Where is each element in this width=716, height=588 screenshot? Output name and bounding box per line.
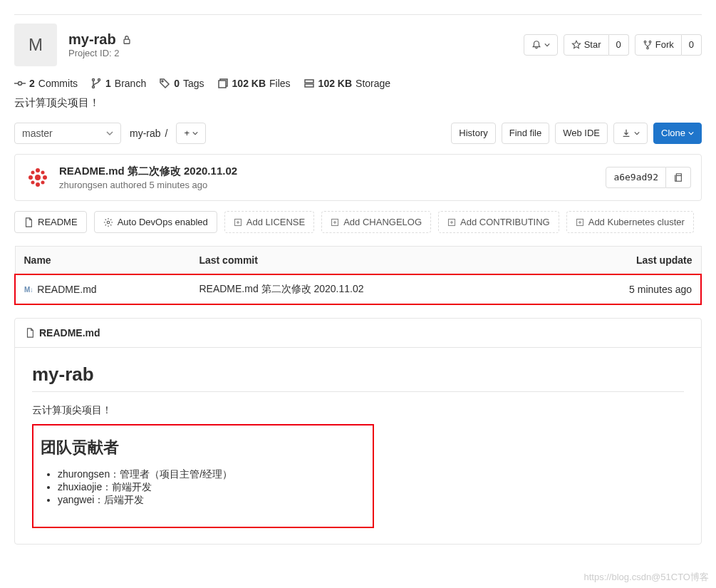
- star-count[interactable]: 0: [609, 34, 629, 56]
- svg-point-20: [31, 181, 35, 185]
- project-id: Project ID: 2: [68, 48, 132, 58]
- add-button[interactable]: +: [176, 123, 206, 144]
- svg-point-17: [36, 182, 40, 187]
- readme-header-label: README.md: [39, 327, 100, 339]
- web-ide-button[interactable]: Web IDE: [555, 123, 608, 144]
- list-item: yangwei：后端开发: [58, 494, 365, 507]
- svg-point-23: [107, 221, 110, 224]
- svg-point-5: [93, 79, 95, 81]
- col-last-update: Last update: [544, 247, 701, 275]
- svg-point-13: [35, 175, 41, 180]
- commit-title[interactable]: README.md 第二次修改 2020.11.02: [59, 165, 237, 178]
- col-name: Name: [15, 247, 190, 275]
- file-update-time: 5 minutes ago: [544, 274, 701, 304]
- markdown-icon: M↓: [24, 286, 33, 294]
- copy-icon: [673, 172, 683, 182]
- svg-rect-22: [676, 175, 681, 181]
- star-icon: [571, 40, 581, 50]
- gear-icon: [103, 217, 113, 227]
- branch-icon: [90, 78, 102, 89]
- storage-icon: [303, 78, 315, 89]
- plus-icon: [447, 218, 456, 227]
- download-button[interactable]: [613, 123, 648, 144]
- breadcrumb-root[interactable]: my-rab: [130, 128, 161, 139]
- auto-devops-pill[interactable]: Auto DevOps enabled: [94, 211, 217, 233]
- readme-pill[interactable]: README: [14, 211, 87, 233]
- files-stat[interactable]: 102 KBFiles: [217, 78, 291, 89]
- readme-h1: my-rab: [32, 363, 684, 392]
- svg-point-3: [646, 47, 648, 49]
- file-commit-message[interactable]: README.md 第二次修改 2020.11.02: [190, 274, 544, 304]
- project-description: 云计算顶尖项目！: [14, 96, 702, 110]
- contributors-section: 团队贡献者 zhurongsen：管理者（项目主管/经理） zhuxiaojie…: [32, 424, 374, 528]
- svg-point-15: [43, 175, 47, 180]
- list-item: zhuxiaojie：前端开发: [58, 481, 365, 494]
- branch-select[interactable]: master: [14, 123, 121, 144]
- project-header: M my-rab Project ID: 2 Star 0: [14, 14, 702, 66]
- file-icon: [24, 217, 33, 227]
- last-commit-card: README.md 第二次修改 2020.11.02 zhurongsen au…: [14, 154, 702, 201]
- svg-point-14: [28, 175, 33, 180]
- find-file-button[interactable]: Find file: [502, 123, 550, 144]
- bell-icon: [531, 40, 541, 50]
- commit-author[interactable]: zhurongsen: [59, 180, 108, 190]
- add-changelog-button[interactable]: Add CHANGELOG: [321, 211, 431, 233]
- file-name[interactable]: README.md: [37, 284, 96, 295]
- svg-rect-0: [124, 39, 130, 43]
- readme-h2: 团队贡献者: [41, 437, 365, 458]
- add-license-button[interactable]: Add LICENSE: [224, 211, 314, 233]
- project-avatar: M: [14, 24, 57, 66]
- fork-icon: [643, 40, 653, 50]
- chevron-down-icon: [688, 130, 694, 136]
- notifications-button[interactable]: [524, 34, 558, 56]
- star-button[interactable]: Star: [564, 34, 609, 56]
- col-last-commit: Last commit: [190, 247, 544, 275]
- svg-point-1: [644, 41, 646, 43]
- file-table: Name Last commit Last update M↓ README.m…: [14, 246, 702, 305]
- svg-point-7: [93, 86, 95, 88]
- fork-count[interactable]: 0: [682, 34, 702, 56]
- svg-point-2: [649, 41, 651, 43]
- tag-icon: [159, 78, 170, 89]
- plus-icon: [331, 218, 339, 227]
- chevron-down-icon: [544, 42, 550, 48]
- clone-button[interactable]: Clone: [653, 123, 702, 144]
- readme-card: README.md my-rab 云计算顶尖项目！ 团队贡献者 zhurongs…: [14, 318, 702, 545]
- chevron-down-icon: [106, 130, 113, 137]
- lock-icon: [122, 35, 132, 45]
- storage-stat[interactable]: 102 KBStorage: [303, 78, 391, 89]
- chevron-down-icon: [634, 130, 640, 136]
- readme-p1: 云计算顶尖项目！: [32, 404, 684, 417]
- fork-button[interactable]: Fork: [635, 34, 682, 56]
- commit-sha[interactable]: a6e9ad92: [606, 167, 666, 188]
- commit-author-avatar: [25, 165, 51, 190]
- project-title: my-rab: [68, 31, 116, 48]
- add-k8s-button[interactable]: Add Kubernetes cluster: [566, 211, 694, 233]
- breadcrumb: my-rab /: [130, 128, 167, 139]
- download-icon: [621, 128, 631, 138]
- list-item: zhurongsen：管理者（项目主管/经理）: [58, 468, 365, 481]
- svg-point-16: [36, 168, 40, 172]
- svg-point-19: [41, 171, 45, 175]
- svg-rect-9: [219, 81, 226, 88]
- commit-time: 5 minutes ago: [150, 180, 208, 190]
- svg-point-21: [41, 181, 45, 185]
- commit-icon: [14, 78, 26, 89]
- copy-sha-button[interactable]: [666, 167, 691, 188]
- chevron-down-icon: [192, 130, 198, 136]
- tags-stat[interactable]: 0Tags: [159, 78, 204, 89]
- svg-point-6: [98, 79, 100, 81]
- commits-stat[interactable]: 2Commits: [14, 78, 78, 89]
- svg-rect-10: [305, 80, 313, 83]
- branches-stat[interactable]: 1Branch: [90, 78, 146, 89]
- file-icon: [25, 328, 35, 338]
- table-row[interactable]: M↓ README.md README.md 第二次修改 2020.11.02 …: [15, 274, 701, 304]
- svg-rect-11: [305, 84, 313, 87]
- history-button[interactable]: History: [451, 123, 495, 144]
- svg-point-18: [31, 171, 35, 175]
- files-icon: [217, 78, 229, 89]
- project-stats: 2Commits 1Branch 0Tags 102 KBFiles 102 K…: [14, 78, 702, 89]
- svg-point-4: [19, 82, 22, 86]
- add-contributing-button[interactable]: Add CONTRIBUTING: [438, 211, 559, 233]
- plus-icon: [576, 218, 584, 227]
